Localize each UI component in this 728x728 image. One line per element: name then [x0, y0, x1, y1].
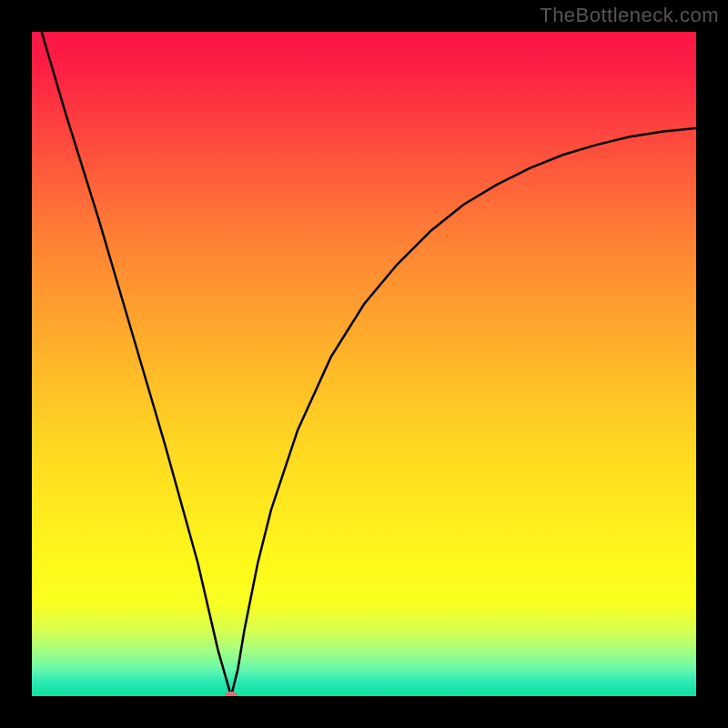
plot-area [32, 32, 696, 696]
bottleneck-curve [32, 32, 696, 696]
curve-path [32, 32, 696, 696]
watermark-text: TheBottleneck.com [540, 4, 719, 27]
chart-frame: TheBottleneck.com [0, 0, 728, 728]
optimum-marker-icon [225, 692, 238, 696]
